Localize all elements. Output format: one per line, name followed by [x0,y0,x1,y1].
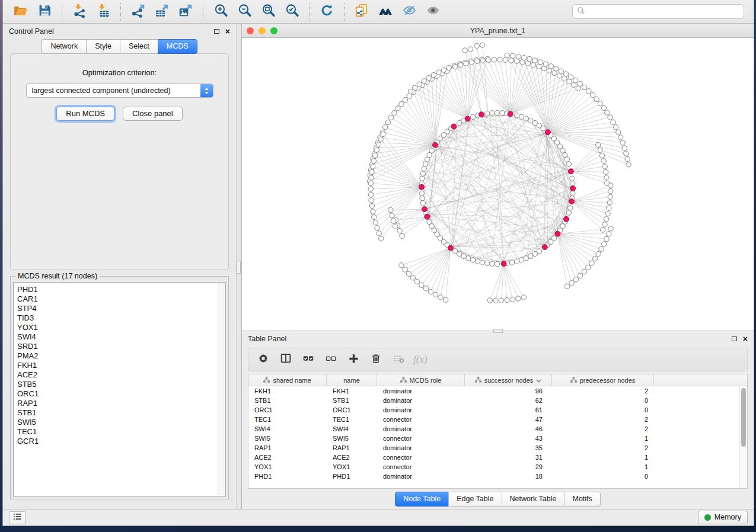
deselect-all-rows-button[interactable] [321,351,341,368]
binoculars-icon [378,3,393,21]
table-row[interactable]: SWI5SWI5connector431 [248,434,747,443]
cell-successor-nodes: 61 [465,405,552,415]
cell-name: ORC1 [327,405,377,415]
maximize-window-icon[interactable] [270,27,277,34]
tab-network[interactable]: Network [42,39,87,54]
add-column-button[interactable] [343,351,363,368]
table-row[interactable]: RAP1RAP1dominator352 [248,443,747,453]
delete-column-button[interactable] [366,351,386,368]
deselect-all-icon [324,352,337,367]
tab-style[interactable]: Style [86,39,120,54]
export-network-button[interactable] [126,2,150,21]
cell-successor-nodes: 29 [465,462,552,472]
select-all-rows-button[interactable] [298,351,318,368]
hide-selected-button[interactable] [397,2,421,21]
mcds-result-item[interactable]: ACE2 [17,370,225,380]
export-table-button[interactable] [150,2,174,21]
close-panel-button[interactable]: Close panel [123,107,183,121]
mcds-result-item[interactable]: STB1 [17,408,225,418]
import-network-icon [72,3,87,21]
mcds-result-item[interactable]: SRD1 [17,342,225,351]
table-row[interactable]: ACE2ACE2connector311 [248,453,747,462]
minimize-window-icon[interactable] [259,27,266,34]
cell-successor-nodes: 31 [465,453,552,462]
mcds-result-item[interactable]: PMA2 [17,351,225,361]
show-columns-button[interactable] [276,351,296,368]
cell-shared-name: ORC1 [248,405,327,415]
cell-predecessor-nodes: 2 [552,443,654,453]
mcds-result-item[interactable]: TID3 [17,313,225,323]
folder-open-icon [13,3,28,21]
run-mcds-button[interactable]: Run MCDS [56,107,114,121]
tab-node-table[interactable]: Node Table [395,492,449,507]
mcds-result-item[interactable]: FKH1 [17,361,225,370]
table-settings-button[interactable] [253,351,273,368]
mcds-result-item[interactable]: TEC1 [17,427,225,437]
open-file-button[interactable] [9,2,33,21]
tab-motifs[interactable]: Motifs [564,492,600,507]
tab-select[interactable]: Select [120,39,158,54]
mcds-result-item[interactable]: SWI4 [17,332,225,342]
tab-edge-table[interactable]: Edge Table [448,492,502,507]
table-row[interactable]: TEC1TEC1connector472 [248,415,747,424]
tab-network-table[interactable]: Network Table [502,492,565,507]
cell-successor-nodes: 46 [465,424,552,434]
mcds-result-item[interactable]: PHD1 [17,285,225,294]
float-table-panel-icon[interactable] [732,336,737,341]
refresh-button[interactable] [315,2,339,21]
node-table: shared namenameMCDS rolesuccessor nodesp… [248,374,748,489]
table-row[interactable]: PHD1PHD1dominator180 [248,472,747,481]
table-row[interactable]: SWI4SWI4dominator462 [248,424,747,434]
mcds-result-item[interactable]: SWI5 [17,418,225,427]
import-network-button[interactable] [68,2,91,21]
mcds-result-list[interactable]: PHD1CAR1STP4TID3YOX1SWI4SRD1PMA2FKH1ACE2… [13,282,226,496]
column-header-successor-nodes[interactable]: successor nodes [465,374,552,386]
mcds-result-item[interactable]: STB5 [17,380,225,389]
network-canvas[interactable] [242,38,754,331]
table-scrollbar[interactable] [739,387,747,488]
zoom-in-button[interactable] [209,2,232,21]
network-graph[interactable] [242,38,754,331]
network-window-titlebar: YPA_prune.txt_1 [242,24,754,38]
search-input[interactable] [588,8,739,16]
optimization-criterion-value: largest connected component (undirected) [27,86,200,95]
export-image-button[interactable] [174,2,197,21]
mcds-list-scrollbar[interactable] [218,283,225,495]
toolbar-separator [203,3,203,21]
vertical-splitter[interactable] [236,24,241,509]
mcds-result-item[interactable]: GCR1 [17,437,225,446]
table-row[interactable]: FKH1FKH1dominator962 [248,386,747,396]
import-table-button[interactable] [91,2,115,21]
show-all-button[interactable] [421,2,445,21]
zoom-fit-button[interactable] [256,2,280,21]
mcds-result-item[interactable]: YOX1 [17,323,225,332]
column-header-name[interactable]: name [327,374,377,386]
column-header-predecessor-nodes[interactable]: predecessor nodes [552,374,654,386]
memory-button[interactable]: Memory [698,511,748,524]
close-table-panel-icon[interactable]: × [743,336,748,342]
table-row[interactable]: STB1STB1dominator620 [248,396,747,405]
optimization-criterion-select[interactable]: largest connected component (undirected) [26,84,213,98]
task-history-button[interactable] [9,511,25,524]
tab-mcds[interactable]: MCDS [158,39,197,54]
table-scrollbar-thumb[interactable] [741,388,746,447]
float-panel-icon[interactable] [214,29,219,34]
zoom-out-button[interactable] [232,2,256,21]
splitter-handle[interactable] [237,261,241,274]
mcds-result-item[interactable]: ORC1 [17,389,225,399]
first-neighbors-button[interactable] [374,2,397,21]
mcds-result-item[interactable]: CAR1 [17,294,225,304]
copy-network-button[interactable] [350,2,374,21]
column-header-shared-name[interactable]: shared name [248,374,327,386]
horizontal-splitter-handle[interactable] [493,329,503,333]
mcds-result-item[interactable]: STP4 [17,304,225,313]
zoom-selected-button[interactable] [280,2,304,21]
table-row[interactable]: ORC1ORC1dominator610 [248,405,747,415]
column-header-mcds-role[interactable]: MCDS role [377,374,465,386]
save-session-button[interactable] [33,2,56,21]
column-label: MCDS role [410,377,442,384]
mcds-result-item[interactable]: RAP1 [17,399,225,408]
close-window-icon[interactable] [247,27,254,34]
close-panel-icon[interactable]: × [225,28,230,34]
table-row[interactable]: YOX1YOX1connector291 [248,462,747,472]
